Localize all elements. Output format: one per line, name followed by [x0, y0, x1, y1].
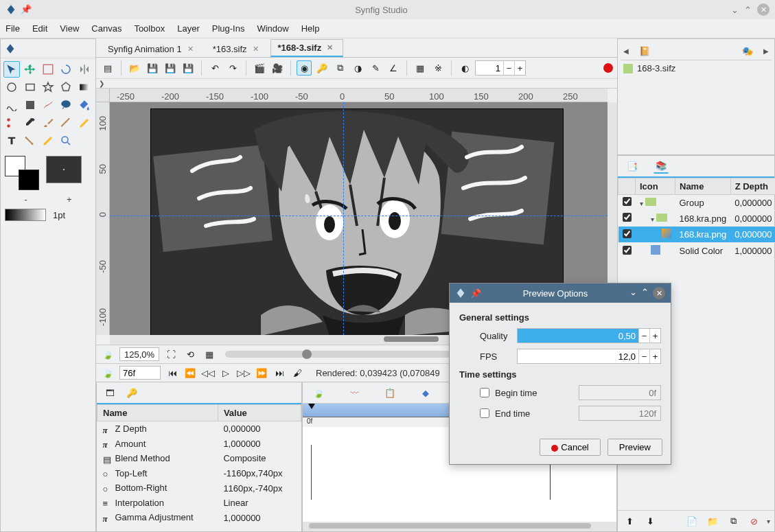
key-icon[interactable]: 🔑 [314, 60, 329, 76]
param-row[interactable]: πGamma Adjustment 1,000000 [97, 510, 301, 525]
layer-del-icon[interactable]: ⊘ [746, 513, 761, 529]
tool-polygon[interactable] [58, 79, 74, 95]
tool-width[interactable] [58, 115, 74, 131]
spin-minus[interactable]: − [638, 349, 649, 363]
prev-key-icon[interactable]: ⏪ [183, 365, 198, 380]
end-time-input[interactable] [579, 406, 661, 421]
guide-horizontal[interactable] [110, 216, 608, 216]
zoom-label[interactable]: 125,0% [119, 347, 159, 361]
tool-spline[interactable] [3, 97, 20, 113]
seek-end-icon[interactable]: ⏭ [272, 365, 287, 380]
undo-icon[interactable]: ↶ [207, 60, 222, 76]
guide-vertical[interactable] [343, 102, 344, 335]
fps-input[interactable]: − + [517, 349, 661, 364]
spin-plus[interactable]: + [649, 329, 660, 343]
timeline-scene-icon[interactable]: ◆ [418, 385, 433, 400]
expand-icon[interactable]: ▾ [640, 200, 643, 207]
leaf-icon[interactable]: 🍃 [100, 347, 115, 362]
tool-rotate[interactable] [58, 61, 74, 78]
zoom-prev-icon[interactable]: ⟲ [183, 347, 198, 362]
layer-dup-icon[interactable]: ⧉ [726, 513, 741, 529]
redo-icon[interactable]: ↷ [225, 60, 240, 76]
close-icon[interactable]: ✕ [187, 45, 194, 54]
layer-row[interactable]: 168.kra.png 0,000000 [618, 227, 776, 243]
saveall-icon[interactable]: 💾 [181, 60, 196, 76]
expand-icon[interactable]: ▾ [651, 216, 654, 223]
tool-lasso[interactable] [58, 97, 74, 113]
layer-new-icon[interactable]: 📄 [684, 513, 699, 529]
menu-canvas[interactable]: Canvas [91, 23, 122, 34]
layer-visible-checkbox[interactable] [623, 246, 632, 255]
close-icon[interactable]: ✕ [757, 3, 770, 16]
timeline-clip-icon[interactable]: 📋 [382, 385, 397, 400]
param-row[interactable]: πZ Depth 0,000000 [97, 421, 301, 437]
param-row[interactable]: ▤Blend Method Composite [97, 451, 301, 466]
preview-swatch[interactable] [46, 156, 82, 183]
tab-doc-0[interactable]: Synfig Animation 1✕ [100, 41, 204, 57]
tool-brush[interactable] [40, 115, 56, 131]
record-icon[interactable] [603, 63, 613, 73]
quality-input[interactable]: − + [517, 328, 661, 343]
tool-circle[interactable] [3, 79, 20, 95]
param-value[interactable]: 0,000000 [218, 421, 301, 437]
tool-smooth-move[interactable] [21, 61, 38, 78]
animate-icon[interactable]: 🍃 [100, 365, 115, 380]
col-pvalue[interactable]: Value [218, 405, 301, 421]
col-zdepth[interactable]: Z Depth [730, 178, 775, 195]
menu-icon[interactable]: ▤ [100, 60, 115, 76]
frame-spin[interactable]: − + [475, 60, 526, 76]
canvas-file-row[interactable]: 168-3.sifz [621, 60, 772, 76]
tool-zoom[interactable] [58, 132, 74, 149]
nav-folder-icon[interactable]: 📔 [637, 43, 652, 58]
keyframe-marker[interactable] [308, 404, 315, 409]
cancel-button[interactable]: Cancel [540, 439, 600, 456]
layer-group-icon[interactable]: 📁 [705, 513, 720, 529]
dialog-max-icon[interactable]: ⌃ [641, 287, 649, 299]
layer-visible-checkbox[interactable] [623, 229, 632, 238]
key-line[interactable] [311, 445, 312, 500]
tool-sketch[interactable] [76, 115, 93, 131]
tab-doc-2[interactable]: *168-3.sifz✕ [270, 39, 344, 57]
tool-text[interactable] [3, 132, 20, 149]
col-name[interactable]: Name [675, 178, 731, 195]
layer-row[interactable]: ▾ 168.kra.png 0,000000 [618, 211, 776, 227]
onion-icon[interactable]: ◉ [297, 60, 312, 76]
nav-scene-icon[interactable]: 🎭 [740, 43, 755, 58]
play-icon[interactable]: ▷ [218, 365, 233, 380]
maximize-icon[interactable]: ⌃ [744, 5, 752, 15]
nav-left-icon[interactable]: ◀ [623, 47, 629, 55]
dialog-titlebar[interactable]: 📌 Preview Options ⌄ ⌃ ✕ [450, 284, 671, 303]
angle-icon[interactable]: ∠ [386, 60, 401, 76]
param-value[interactable]: 1160px,-740px [218, 481, 301, 496]
curve-icon[interactable]: ✎ [368, 60, 383, 76]
tool-scale[interactable] [40, 61, 56, 78]
param-value[interactable]: -1160px,740px [218, 466, 301, 481]
layer-down-icon[interactable]: ⬇ [643, 513, 658, 529]
end-checkbox[interactable] [480, 408, 489, 418]
key-tab-icon[interactable]: 🔑 [124, 385, 139, 400]
tool-star[interactable] [40, 79, 56, 95]
timeline-leaf-icon[interactable]: 🍃 [311, 385, 326, 400]
layer-visible-checkbox[interactable] [623, 213, 632, 222]
spin-plus[interactable]: + [649, 349, 660, 363]
spin-minus[interactable]: − [503, 61, 514, 75]
save-icon[interactable]: 💾 [145, 60, 160, 76]
tab-doc-1[interactable]: *163.sifz✕ [205, 41, 269, 57]
close-icon[interactable]: ✕ [327, 43, 333, 52]
next-key-icon[interactable]: ⏩ [254, 365, 269, 380]
param-row[interactable]: ≡Interpolation Linear [97, 496, 301, 511]
layer-visible-checkbox[interactable] [623, 197, 632, 206]
timeline-curve-icon[interactable]: 〰 [347, 385, 362, 400]
col-icon[interactable]: Icon [636, 178, 675, 195]
menu-layer[interactable]: Layer [177, 23, 200, 34]
layer-up-icon[interactable]: ⬆ [622, 513, 637, 529]
tool-fill[interactable] [76, 97, 93, 113]
timeline-scrollbar[interactable] [303, 522, 616, 531]
layers-tab-b-icon[interactable]: 📚 [653, 159, 669, 174]
open-icon[interactable]: 📂 [127, 60, 142, 76]
ruler-vertical[interactable]: 100 50 0 -50 -100 [96, 102, 110, 335]
frame-spin-input[interactable] [476, 61, 503, 75]
col-pname[interactable]: Name [97, 405, 218, 421]
layer-row[interactable]: Solid Color 1,000000 [618, 243, 776, 259]
minimize-icon[interactable]: ⌄ [731, 5, 739, 15]
